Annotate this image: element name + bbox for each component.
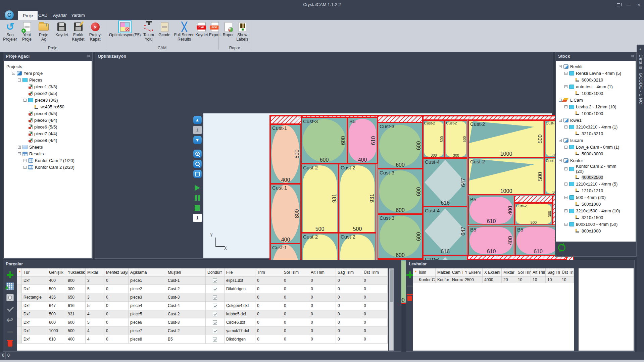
project-tree-item[interactable]: −Results <box>4 150 92 157</box>
expand-icon[interactable]: + <box>18 146 21 149</box>
collapse-icon[interactable]: − <box>564 223 567 226</box>
project-tree-item[interactable]: piece8 (4/4) <box>4 137 92 144</box>
nested-piece[interactable]: Cust-3600600 <box>301 117 347 164</box>
project-tree-item[interactable]: piece5 (4/4) <box>4 117 92 123</box>
apply-button[interactable] <box>6 305 14 313</box>
nested-piece[interactable]: Cust-2500300 <box>514 203 553 225</box>
collapse-icon[interactable]: − <box>559 119 562 122</box>
stock-tree-item[interactable]: −Levha 2 - 12mm (10) <box>556 103 636 110</box>
ribbon-button-proje-a-[interactable]: ↓ProjeAç <box>36 21 52 42</box>
collapse-icon[interactable]: − <box>559 159 562 162</box>
stock-tree-item[interactable]: −800x1000 - 4mm (50) <box>556 221 636 227</box>
stock-tree-item[interactable]: −1210x1210 - 4mm (5) <box>556 180 636 187</box>
nested-piece[interactable]: Cust-2300500 <box>423 120 445 158</box>
stock-tree-item[interactable]: −3210x1500 - 4mm (10) <box>556 207 636 214</box>
stock-tree-item[interactable]: −Konfor Cam 2 - 4mm (20) <box>556 164 636 174</box>
nested-piece[interactable]: B5610400 <box>468 196 514 225</box>
ribbon-button-yeni-proje[interactable]: +YeniProje <box>19 21 35 42</box>
ribbon-button-farkl-kaydet[interactable]: FarklıKaydet <box>69 21 87 42</box>
nested-piece[interactable]: Cust-2500931 <box>301 164 339 233</box>
close-icon[interactable]: × <box>636 2 641 7</box>
project-tree-item[interactable]: +Konfor Cam 2 (1/20) <box>4 157 92 164</box>
table-row[interactable]: Dxf50030050piece2Cust-2Dikdörtgen00000 <box>17 285 388 293</box>
play-button[interactable] <box>193 184 202 192</box>
shape-button[interactable] <box>6 294 14 301</box>
ribbon-button-show-labels[interactable]: ShowLabels <box>234 21 250 42</box>
restore-icon[interactable] <box>616 2 621 7</box>
nested-piece[interactable]: B5610400 <box>468 226 514 255</box>
rotate-checkbox[interactable] <box>213 287 217 291</box>
zoom-out-button[interactable]: − <box>193 160 202 168</box>
expand-icon[interactable]: + <box>23 159 27 162</box>
collapse-icon[interactable]: − <box>559 65 562 68</box>
stock-tree-item[interactable]: −500 - 4mm (20) <box>556 194 636 201</box>
app-logo-icon[interactable]: C <box>5 10 14 19</box>
minimize-icon[interactable]: — <box>626 2 631 7</box>
rotate-checkbox[interactable] <box>213 337 217 342</box>
undo-button[interactable]: ↩ <box>6 317 14 324</box>
rotate-checkbox[interactable] <box>213 304 217 308</box>
stock-tree-item[interactable]: −auto test - 4mm (1) <box>556 83 636 90</box>
stock-tree-item[interactable]: 1000x1000 <box>556 90 636 97</box>
project-tree-item[interactable]: −Yeni proje <box>4 70 92 76</box>
collapse-icon[interactable]: − <box>564 105 567 108</box>
nested-piece[interactable]: Cust-21000500 <box>468 120 544 158</box>
delete-sheet-button[interactable] <box>406 294 413 301</box>
collapse-icon[interactable]: − <box>564 209 567 212</box>
ribbon-button-gcode[interactable]: Gcode <box>157 21 172 37</box>
stock-tree-item[interactable]: −Renkli <box>556 63 636 70</box>
table-row[interactable]: Dxf61040040piece8B5Dikdörtgen00000 <box>17 335 388 344</box>
stock-tree-item[interactable]: −3210x3210 - 4mm (1) <box>556 123 636 130</box>
project-tree-item[interactable]: −Pieces <box>4 76 92 83</box>
rotate-checkbox[interactable] <box>213 329 217 333</box>
collapse-icon[interactable]: − <box>564 167 567 170</box>
project-tree-item[interactable]: piece2 (5/5) <box>4 90 92 97</box>
page-number-box[interactable]: 1 <box>193 214 202 222</box>
import-table-button[interactable] <box>6 282 14 290</box>
rotate-checkbox[interactable] <box>213 295 217 300</box>
refresh-icon[interactable] <box>558 244 565 251</box>
pin-icon[interactable] <box>631 55 634 58</box>
table-row[interactable]: Konfor CamKonforNormal250040002010101010 <box>413 276 574 283</box>
collapse-icon[interactable]: − <box>23 99 27 102</box>
project-tree-item[interactable]: piece6 (5/5) <box>4 123 92 130</box>
table-row[interactable]: Dxf50093140piece5Cust-2kubbe5.dxf00000 <box>17 310 388 318</box>
pin-icon[interactable] <box>87 55 90 58</box>
delete-button[interactable] <box>6 340 14 347</box>
remove-sheet-button[interactable] <box>406 282 413 290</box>
collapse-icon[interactable]: − <box>559 99 562 102</box>
collapse-icon[interactable]: − <box>564 196 567 199</box>
remove-button[interactable] <box>6 328 14 335</box>
table-row[interactable]: Rectangle43565030piece3Cust-300000 <box>17 293 388 302</box>
project-tree-item[interactable]: −piece3 (3/3) <box>4 97 92 103</box>
stock-tree-item[interactable]: 1000x1000 <box>556 110 636 117</box>
collapse-icon[interactable]: − <box>564 146 567 149</box>
stock-tree-item[interactable]: −Isıcam <box>556 137 636 144</box>
rotate-checkbox[interactable] <box>213 320 217 325</box>
ribbon-button-optimizasyon-f5-[interactable]: Optimizasyon(F5) <box>107 21 142 37</box>
collapse-icon[interactable]: − <box>564 125 567 128</box>
table-row[interactable]: Dxf64761650piece4Cust-4Çokgen4.dxf00000 <box>17 302 388 310</box>
menu-tab-yardım[interactable]: Yardım <box>66 10 90 20</box>
add-sheet-button[interactable] <box>406 271 413 278</box>
ribbon-button-kaydet[interactable]: Kaydet <box>53 21 70 37</box>
collapse-icon[interactable]: − <box>18 152 21 155</box>
collapse-icon[interactable]: − <box>18 79 21 82</box>
stock-tree-item[interactable]: 1210x1210 <box>556 187 636 194</box>
nested-piece[interactable]: Cust-2500931 <box>339 164 376 233</box>
nested-piece[interactable]: Cust-1400800 <box>270 184 301 244</box>
collapse-triangle-icon[interactable]: ▲ <box>637 47 644 51</box>
rotate-checkbox[interactable] <box>213 312 217 316</box>
sheet-up-button[interactable]: ▲ <box>193 116 202 124</box>
ribbon-button-tak-m-yolu[interactable]: TakımYolu <box>140 21 157 42</box>
nested-piece[interactable]: Cust-3600600 <box>378 122 423 169</box>
project-tree-item[interactable]: piece4 (5/5) <box>4 110 92 117</box>
rotate-checkbox[interactable] <box>213 278 217 283</box>
stock-tree-item[interactable]: 3210x3210 <box>556 130 636 137</box>
nested-piece[interactable]: Cust-21000500 <box>468 158 544 195</box>
ribbon-button-son-projeler[interactable]: ↺SonProjeler <box>1 21 19 42</box>
project-tree-item[interactable]: piece1 (3/3) <box>4 83 92 90</box>
nested-piece[interactable]: Cust-4616647 <box>423 207 467 255</box>
collapse-icon[interactable]: − <box>12 72 15 75</box>
nested-piece[interactable]: Cust-4616647 <box>423 158 467 207</box>
